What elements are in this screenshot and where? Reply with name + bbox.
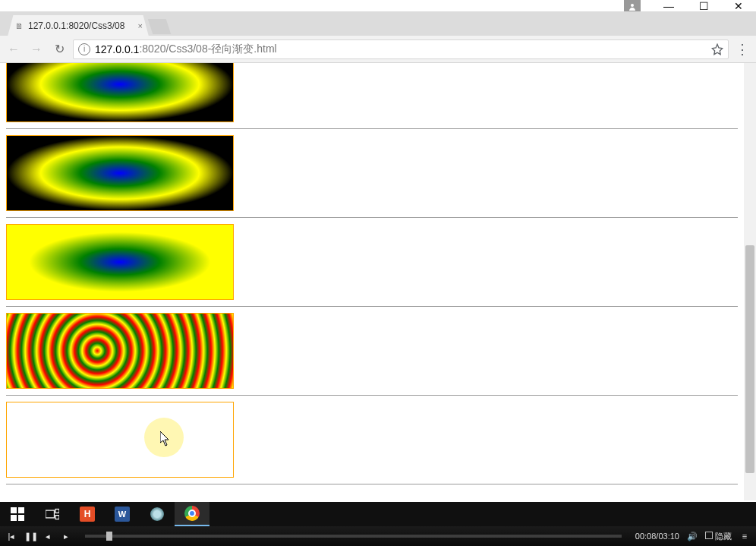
player-step-back-button[interactable]: ◂ — [43, 532, 53, 541]
back-button[interactable]: ← — [5, 40, 23, 58]
url-host: 127.0.0.1 — [95, 43, 139, 55]
player-pause-button[interactable]: ❚❚ — [24, 532, 35, 541]
task-view-button[interactable] — [35, 502, 70, 526]
separator — [6, 395, 738, 396]
svg-rect-5 — [46, 510, 54, 518]
player-menu-button[interactable]: ≡ — [739, 532, 750, 541]
window-maximize-button[interactable]: ☐ — [686, 0, 721, 11]
window-titlebar: — ☐ ✕ — [0, 0, 756, 11]
svg-rect-4 — [18, 515, 24, 521]
tab-title: 127.0.0.1:8020/Css3/08 — [28, 21, 135, 31]
time-elapsed: 00:08 — [635, 532, 657, 541]
arrow-right-icon: → — [30, 43, 43, 56]
volume-button[interactable]: 🔊 — [687, 532, 698, 541]
checkbox-icon — [705, 532, 713, 539]
gradient-box-1 — [6, 63, 234, 122]
address-bar[interactable]: i 127.0.0.1:8020/Css3/08-径向渐变.html — [73, 39, 729, 59]
maximize-icon: ☐ — [699, 1, 709, 11]
chevron-right-icon: ▸ — [64, 532, 68, 541]
gradient-box-5 — [6, 402, 234, 478]
taskbar-app-chrome[interactable] — [175, 502, 209, 526]
separator — [6, 306, 738, 307]
reload-icon: ↻ — [55, 42, 65, 56]
seek-slider[interactable] — [85, 535, 622, 538]
gradient-box-3 — [6, 224, 234, 300]
svg-rect-6 — [55, 509, 59, 513]
chrome-icon — [184, 506, 200, 521]
kebab-icon: ⋮ — [736, 41, 749, 58]
vertical-scrollbar[interactable] — [744, 63, 756, 500]
scrollbar-thumb[interactable] — [745, 245, 754, 473]
player-step-fwd-button[interactable]: ▸ — [61, 532, 71, 541]
url-path: :8020/Css3/08-径向渐变.html — [139, 43, 276, 56]
arrow-left-icon: ← — [8, 43, 20, 56]
person-icon — [628, 2, 637, 11]
taskbar-app-word[interactable]: W — [105, 502, 140, 526]
hbuilder-icon: H — [80, 507, 95, 522]
star-icon — [711, 43, 723, 55]
skip-start-icon: |◂ — [8, 532, 15, 541]
time-display: 00:08/03:10 — [635, 532, 679, 541]
page-content — [0, 63, 744, 484]
system-taskbar: H W — [0, 502, 756, 526]
browser-tab-strip: 🗎 127.0.0.1:8020/Css3/08 × — [0, 11, 756, 36]
separator — [6, 128, 738, 129]
document-icon: 🗎 — [14, 21, 24, 30]
reload-button[interactable]: ↻ — [50, 40, 68, 58]
gradient-box-4 — [6, 313, 234, 389]
tab-close-button[interactable]: × — [138, 21, 143, 30]
seek-slider-thumb[interactable] — [106, 532, 112, 541]
close-icon: ✕ — [734, 1, 743, 11]
svg-rect-2 — [18, 507, 24, 513]
player-prev-button[interactable]: |◂ — [6, 532, 17, 541]
task-view-icon — [46, 507, 59, 521]
separator — [6, 484, 738, 484]
new-tab-button[interactable] — [148, 19, 171, 34]
forward-button[interactable]: → — [27, 40, 46, 58]
browser-toolbar: ← → ↻ i 127.0.0.1:8020/Css3/08-径向渐变.html… — [0, 36, 756, 63]
browser-menu-button[interactable]: ⋮ — [733, 40, 751, 58]
window-minimize-button[interactable]: — — [651, 0, 686, 11]
svg-rect-1 — [11, 507, 17, 513]
disc-icon — [150, 507, 164, 521]
hide-label: 隐藏 — [715, 532, 732, 541]
taskbar-app-media[interactable] — [140, 502, 175, 526]
pause-icon: ❚❚ — [24, 532, 38, 541]
windows-icon — [11, 507, 24, 521]
svg-rect-3 — [11, 515, 17, 521]
gradient-box-2 — [6, 135, 234, 211]
bookmark-button[interactable] — [711, 43, 723, 55]
site-info-icon[interactable]: i — [78, 43, 90, 55]
menu-bars-icon: ≡ — [742, 532, 747, 541]
svg-point-0 — [631, 4, 634, 7]
word-icon: W — [115, 507, 130, 522]
taskbar-app-hbuilder[interactable]: H — [70, 502, 105, 526]
separator — [6, 217, 738, 218]
hide-toggle[interactable]: 隐藏 — [705, 531, 732, 542]
user-profile-button[interactable] — [624, 0, 641, 11]
start-button[interactable] — [0, 502, 35, 526]
page-viewport — [0, 63, 756, 500]
svg-rect-7 — [55, 516, 59, 519]
minimize-icon: — — [663, 1, 674, 11]
time-total: 03:10 — [658, 532, 679, 541]
media-player-bar: |◂ ❚❚ ◂ ▸ 00:08/03:10 🔊 隐藏 ≡ — [0, 526, 756, 546]
browser-tab-active[interactable]: 🗎 127.0.0.1:8020/Css3/08 × — [8, 15, 149, 36]
volume-icon: 🔊 — [687, 532, 698, 541]
window-close-button[interactable]: ✕ — [721, 0, 756, 11]
chevron-left-icon: ◂ — [46, 532, 50, 541]
